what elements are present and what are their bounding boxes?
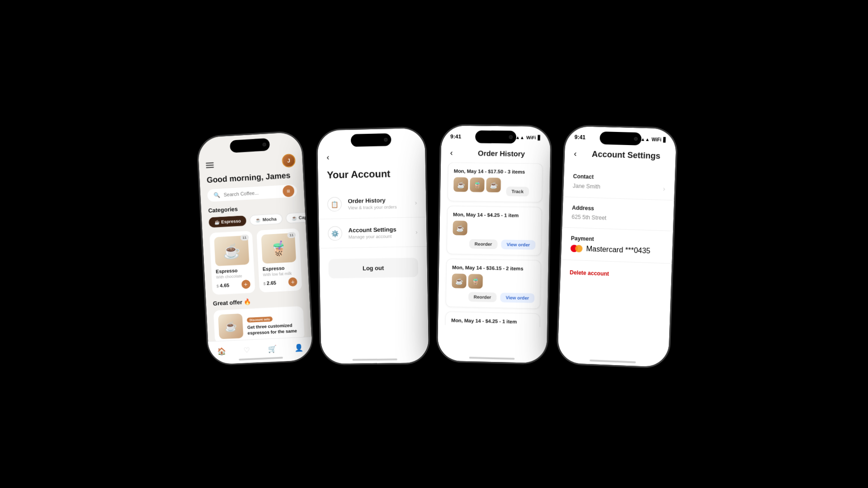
contact-section[interactable]: Contact Jane Smith › [563,165,675,200]
contact-label: Contact [573,173,665,182]
camera-dot-4 [634,137,637,141]
order-thumb-2: 🧋 [470,178,485,192]
contact-value: Jane Smith [572,183,600,190]
order-1-date: Mon, May 14 - $17.50 - 3 items [453,168,537,174]
order-2-actions: Reorder View order [452,239,535,249]
account-settings-icon: ⚙️ [328,226,342,240]
order-4-date: Mon, May 14 - $4.25 - 1 item [451,318,533,325]
product-desc-2: With low fat milk [263,271,297,277]
order-thumb-5: ☕ [452,273,467,288]
order-history-title: Order History [348,196,415,204]
offer-desc: Get three customized espressos for the s… [247,322,300,336]
back-button-2[interactable]: ‹ [326,153,329,162]
phone3-header: ‹ Order History [441,148,550,164]
nav-cart[interactable]: 🛒 [267,344,277,353]
view-order-button-2[interactable]: View order [501,239,535,249]
order-3-images: ☕ 🧋 [452,273,535,290]
phone-order-history: 9:41 ▲▲▲ WiFi ▋ ‹ Order History Mon, May… [437,126,551,363]
contact-chevron-icon: › [663,185,665,192]
add-to-cart-2[interactable]: + [288,277,297,286]
category-espresso[interactable]: ☕ Espresso [208,216,246,228]
order-4-images: ☕ [451,327,534,328]
nav-favorites[interactable]: ♡ [243,346,250,354]
product-price-row-2: $ 2.65 + [263,277,297,288]
order-item-2: Mon, May 14 - $4.25 - 1 item ☕ Reorder V… [446,206,542,256]
back-button-3[interactable]: ‹ [450,148,453,158]
account-settings-page-title: Account Settings [585,150,666,161]
camera-dot-2 [384,138,387,141]
reorder-button-2[interactable]: Reorder [469,239,497,249]
category-mocha[interactable]: ☕ Mocha [249,213,282,225]
home-indicator-4 [590,360,636,363]
order-item-1: Mon, May 14 - $17.50 - 3 items ☕ 🧋 ☕ Tra… [447,162,542,202]
mastercard-icon [570,245,582,253]
back-button-4[interactable]: ‹ [574,149,577,159]
great-offer-section: Great offer 🔥 ☕ Discount sets Get three … [206,296,311,344]
products-grid: ☕ 11 Espresso With chocolate $ 4.65 + 🧋 … [202,228,309,300]
search-button[interactable]: ⊞ [282,185,294,197]
payment-section: Payment Mastercard ***0435 [561,228,673,264]
order-thumb-3: ☕ [486,178,501,192]
product-badge-2: 11 [287,232,296,238]
product-name-2: Espresso [262,265,296,272]
product-price-row-1: $ 4.65 + [216,280,250,290]
camera-dot [262,143,266,146]
address-value: 625 5th Street [571,214,606,221]
view-order-button-3[interactable]: View order [500,293,534,303]
product-name-1: Espresso [215,267,249,274]
order-2-images: ☕ [453,221,536,236]
order-2-date: Mon, May 14 - $4.25 - 1 item [453,211,536,218]
time-3: 9:41 [450,133,461,140]
delete-account-button[interactable]: Delete account [560,260,671,289]
dynamic-island-3 [475,131,516,144]
payment-value: Mastercard ***0435 [586,245,651,255]
phone-account: ‹ Your Account 📋 Order History View & tr… [317,128,429,364]
order-history-menu-item[interactable]: 📋 Order History View & track your orders… [318,188,426,220]
product-badge-1: 11 [240,235,249,241]
dynamic-island-2 [350,133,391,147]
home-indicator-3 [469,357,514,360]
category-label: Cappuccino [298,214,306,220]
order-item-4: Mon, May 14 - $4.25 - 1 item ☕ [444,311,540,327]
category-label: Espresso [221,218,241,224]
order-thumb-1: ☕ [453,177,468,192]
search-input[interactable] [223,188,291,197]
order-thumb-4: ☕ [453,221,467,235]
order-3-actions: Reorder View order [451,292,534,303]
order-3-date: Mon, May 14 - $36.15 - 2 items [452,264,535,272]
battery-icon-3: ▋ [538,135,541,140]
category-cappuccino[interactable]: ☕ Cappuccino [285,212,306,224]
account-settings-menu-item[interactable]: ⚙️ Account Settings Manage your account … [319,217,427,249]
wifi-icon-4: WiFi [651,137,661,142]
track-button-1[interactable]: Track [506,187,529,197]
time-4: 9:41 [574,134,585,141]
phone-home: J Good morning, James 🔍 ⊞ Categories ☕ E… [197,131,312,365]
phone-settings: 9:41 ▲▲▲ WiFi ▋ ‹ Account Settings Conta… [557,126,676,367]
offer-badge: Discount sets [246,316,272,323]
order-history-sub: View & track your orders [348,204,415,210]
account-settings-title: Account Settings [348,225,415,234]
logout-button[interactable]: Log out [328,258,418,278]
order-history-content: Order History View & track your orders [348,196,415,210]
wifi-icon-3: WiFi [526,135,536,140]
reorder-button-3[interactable]: Reorder [468,292,496,302]
address-section: Address 625 5th Street [562,197,674,231]
address-label: Address [571,205,664,214]
account-settings-sub: Manage your account [348,233,415,239]
payment-label: Payment [571,235,663,244]
add-to-cart-1[interactable]: + [241,280,250,289]
nav-home[interactable]: 🏠 [217,347,226,356]
order-item-3: Mon, May 14 - $36.15 - 2 items ☕ 🧋 Reord… [445,258,541,309]
nav-account[interactable]: 👤 [294,343,303,352]
avatar[interactable]: J [282,154,296,168]
your-account-title: Your Account [318,167,426,190]
order-history-page-title: Order History [462,149,541,158]
product-card-2[interactable]: 🧋 11 Espresso With low fat milk $ 2.65 + [256,228,302,292]
order-history-chevron-icon: › [415,199,417,206]
order-thumb-6: 🧋 [468,274,483,289]
phones-container: J Good morning, James 🔍 ⊞ Categories ☕ E… [203,125,673,363]
account-settings-content: Account Settings Manage your account [348,225,415,239]
home-indicator-2 [352,358,397,361]
menu-icon[interactable] [206,162,214,168]
product-card-1[interactable]: ☕ 11 Espresso With chocolate $ 4.65 + [209,231,255,295]
